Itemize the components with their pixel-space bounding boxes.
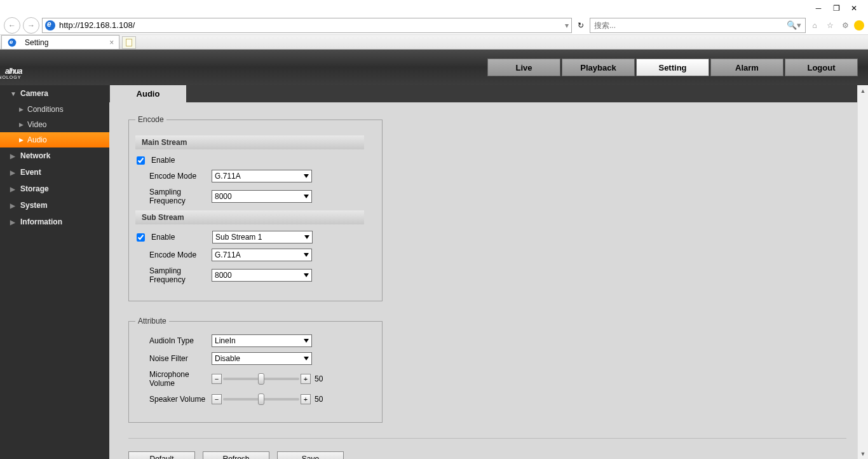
url-input[interactable] [59, 20, 565, 30]
sidebar-system[interactable]: ▶System [0, 197, 109, 214]
speaker-label: Speaker Volume [135, 395, 212, 404]
close-tab-icon[interactable]: × [109, 38, 114, 47]
main-layout: ▼Camera ▶Conditions ▶Video ▶Audio ▶Netwo… [0, 85, 868, 459]
chevron-right-icon: ▶ [10, 169, 17, 176]
chevron-right-icon: ▶ [19, 106, 24, 113]
gear-icon[interactable]: ⚙ [839, 19, 851, 32]
mic-value: 50 [315, 374, 323, 383]
divider [128, 438, 846, 439]
sidebar-information[interactable]: ▶Information [0, 214, 109, 230]
mic-plus-button[interactable]: + [301, 374, 311, 384]
dropdown-icon[interactable]: ▾ [565, 21, 569, 30]
speaker-value: 50 [315, 395, 323, 404]
speaker-slider-thumb[interactable] [258, 394, 264, 405]
mic-slider[interactable] [223, 378, 299, 380]
main-enable-label: Enable [151, 156, 175, 165]
chevron-right-icon: ▶ [10, 186, 17, 193]
new-tab-icon [126, 39, 132, 46]
nav-setting[interactable]: Setting [636, 58, 709, 76]
search-icon[interactable]: 🔍▾ [787, 20, 801, 30]
scrollbar[interactable]: ▲ ▼ [857, 85, 868, 459]
browser-tab-setting[interactable]: Setting × [1, 35, 119, 49]
address-bar: ← → ▾ ↻ 🔍▾ ⌂ ☆ ⚙ [0, 16, 868, 35]
sidebar-network[interactable]: ▶Network [0, 147, 109, 164]
nav-playback[interactable]: Playback [562, 58, 635, 76]
speaker-plus-button[interactable]: + [301, 394, 311, 404]
sidebar-event[interactable]: ▶Event [0, 164, 109, 181]
encode-mode-select-2[interactable]: G.711A [212, 249, 312, 261]
top-nav: Live Playback Setting Alarm Logout [487, 58, 858, 76]
favorites-icon[interactable]: ☆ [824, 19, 836, 32]
sidebar-conditions[interactable]: ▶Conditions [0, 102, 109, 117]
tab-title: Setting [25, 38, 48, 47]
refresh-button[interactable]: ↻ [574, 21, 587, 30]
speaker-minus-button[interactable]: − [212, 394, 222, 404]
main-enable-checkbox[interactable] [137, 156, 145, 165]
chevron-right-icon: ▶ [19, 137, 24, 143]
chevron-down-icon: ▼ [10, 90, 17, 97]
sampling-select[interactable]: 8000 [212, 190, 312, 203]
chevron-right-icon: ▶ [10, 202, 17, 209]
sampling-label-2: Sampling Frequency [135, 266, 212, 284]
brand-logo: alhua TECHNOLOGY [5, 57, 22, 78]
new-tab-button[interactable] [122, 36, 136, 49]
minimize-button[interactable]: ─ [810, 2, 827, 15]
encode-mode-label-2: Encode Mode [135, 250, 212, 259]
tab-favicon [8, 38, 17, 46]
default-button[interactable]: Default [128, 451, 195, 459]
sidebar-storage[interactable]: ▶Storage [0, 181, 109, 197]
nav-logout[interactable]: Logout [785, 58, 858, 76]
app-header: alhua TECHNOLOGY Live Playback Setting A… [0, 50, 868, 85]
ie-icon [45, 20, 55, 31]
sidebar: ▼Camera ▶Conditions ▶Video ▶Audio ▶Netwo… [0, 85, 109, 459]
mic-label: Microphone Volume [135, 370, 212, 388]
audioin-label: AudioIn Type [135, 336, 212, 345]
sampling-select-2[interactable]: 8000 [212, 269, 312, 282]
encode-mode-label: Encode Mode [135, 172, 212, 181]
main-stream-header: Main Stream [135, 135, 364, 149]
attribute-fieldset: Attribute AudioIn Type LineIn Noise Filt… [128, 317, 383, 423]
window-controls: ─ ❐ ✕ [0, 0, 868, 16]
nav-alarm[interactable]: Alarm [710, 58, 783, 76]
button-row: Default Refresh Save [128, 451, 849, 459]
sub-enable-label: Enable [151, 233, 212, 242]
audioin-select[interactable]: LineIn [212, 334, 312, 347]
sub-enable-checkbox[interactable] [137, 233, 145, 242]
encode-mode-select[interactable]: G.711A [212, 170, 312, 182]
mic-minus-button[interactable]: − [212, 374, 222, 384]
browser-tabs: Setting × [0, 35, 868, 50]
sidebar-audio[interactable]: ▶Audio [0, 132, 109, 147]
sub-stream-header: Sub Stream [135, 210, 364, 224]
sidebar-video[interactable]: ▶Video [0, 117, 109, 132]
tab-audio[interactable]: Audio [110, 85, 186, 102]
encode-fieldset: Encode Main Stream Enable Encode Mode G.… [128, 115, 383, 301]
noise-select[interactable]: Disable [212, 352, 312, 365]
scroll-up-icon[interactable]: ▲ [858, 85, 868, 96]
noise-label: Noise Filter [135, 354, 212, 363]
search-input[interactable] [594, 21, 787, 30]
url-box[interactable]: ▾ [42, 18, 572, 33]
back-button[interactable]: ← [4, 17, 20, 34]
feedback-icon[interactable] [854, 20, 864, 31]
search-box[interactable]: 🔍▾ [590, 18, 806, 33]
maximize-button[interactable]: ❐ [827, 2, 845, 15]
chevron-right-icon: ▶ [19, 121, 24, 128]
speaker-slider[interactable] [223, 398, 299, 401]
encode-legend: Encode [135, 115, 166, 124]
forward-button[interactable]: → [23, 17, 39, 34]
scroll-down-icon[interactable]: ▼ [858, 448, 868, 459]
sub-stream-select[interactable]: Sub Stream 1 [212, 231, 313, 243]
close-window-button[interactable]: ✕ [845, 2, 863, 15]
inner-tabbar: Audio [109, 85, 868, 102]
attribute-legend: Attribute [135, 317, 169, 325]
mic-slider-thumb[interactable] [258, 373, 264, 385]
chevron-right-icon: ▶ [10, 219, 17, 226]
home-icon[interactable]: ⌂ [808, 19, 821, 32]
content-area: Audio Encode Main Stream Enable Encode M… [109, 85, 868, 459]
refresh-button[interactable]: Refresh [203, 451, 269, 459]
sidebar-camera[interactable]: ▼Camera [0, 85, 109, 102]
nav-live[interactable]: Live [487, 58, 560, 76]
sampling-label: Sampling Frequency [135, 188, 212, 205]
save-button[interactable]: Save [277, 451, 344, 459]
panel: Encode Main Stream Enable Encode Mode G.… [109, 102, 868, 459]
